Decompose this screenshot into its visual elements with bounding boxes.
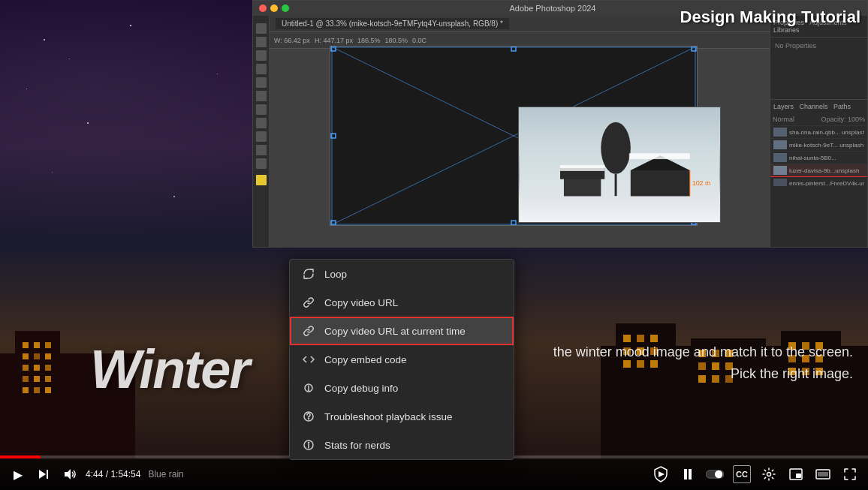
svg-rect-87 <box>796 473 801 478</box>
svg-rect-78 <box>47 470 48 479</box>
ps-main-area: Untitled-1 @ 33.3% (mike-kotsch-9eTMFytq… <box>253 16 867 247</box>
menu-label-copy-url-time: Copy video URL at current time <box>324 326 466 337</box>
menu-item-copy-embed[interactable]: Copy embed code <box>290 345 514 374</box>
theater-button[interactable] <box>814 465 832 483</box>
svg-rect-4 <box>45 342 51 348</box>
miniplayer-button[interactable] <box>787 465 805 483</box>
svg-rect-1 <box>15 331 60 458</box>
svg-rect-89 <box>818 472 828 476</box>
svg-rect-13 <box>45 376 51 382</box>
svg-marker-77 <box>39 470 46 479</box>
svg-rect-8 <box>23 365 29 371</box>
ps-close-dot[interactable] <box>259 5 267 12</box>
time-display: 4:44 / 1:54:54 <box>86 469 140 479</box>
svg-rect-11 <box>23 376 29 382</box>
svg-text:102 m: 102 m <box>692 179 711 187</box>
ps-right-panel: Properties Adjustments Libraries No Prop… <box>770 16 867 247</box>
menu-item-stats[interactable]: Stats for nerds <box>290 431 514 459</box>
ps-minimize-dot[interactable] <box>270 5 278 12</box>
channel-title: Design Making Tutorial <box>680 8 860 27</box>
svg-marker-79 <box>65 469 71 479</box>
context-menu: Loop Copy video URL Copy video URL at cu… <box>289 259 514 460</box>
svg-rect-66 <box>520 196 720 222</box>
settings-button[interactable] <box>760 465 778 483</box>
menu-label-copy-embed: Copy embed code <box>324 354 407 365</box>
ps-canvas-area: Untitled-1 @ 33.3% (mike-kotsch-9eTMFytq… <box>270 16 770 247</box>
svg-rect-14 <box>23 387 29 393</box>
subtitle-text: the winter mood image and match it to th… <box>553 341 853 385</box>
info-icon <box>302 438 315 452</box>
svg-point-74 <box>309 419 309 419</box>
svg-rect-67 <box>560 165 604 171</box>
play-button[interactable]: ▶ <box>9 465 27 483</box>
ps-tab[interactable]: Untitled-1 @ 33.3% (mike-kotsch-9eTMFytq… <box>276 18 509 29</box>
menu-item-copy-url[interactable]: Copy video URL <box>290 288 514 317</box>
svg-rect-10 <box>45 365 51 371</box>
svg-point-60 <box>601 122 630 174</box>
svg-rect-16 <box>45 387 51 393</box>
ps-canvas: 102 m <box>330 46 698 226</box>
menu-item-troubleshoot[interactable]: Troubleshoot playback issue <box>290 402 514 431</box>
svg-rect-82 <box>689 469 692 479</box>
link-time-icon <box>302 324 315 338</box>
menu-label-copy-url: Copy video URL <box>324 297 398 308</box>
svg-point-85 <box>767 473 771 476</box>
next-button[interactable] <box>35 465 53 483</box>
svg-marker-80 <box>659 471 665 477</box>
svg-rect-7 <box>45 353 51 359</box>
link-icon <box>302 296 315 309</box>
svg-point-76 <box>309 443 309 443</box>
winter-overlay-text: Winter <box>90 338 249 400</box>
svg-rect-2 <box>23 342 29 348</box>
svg-rect-9 <box>34 365 40 371</box>
help-icon <box>302 410 315 423</box>
photoshop-window: Adobe Photoshop 2024 Un <box>252 0 868 248</box>
svg-point-72 <box>309 390 309 391</box>
ps-maximize-dot[interactable] <box>282 5 289 12</box>
right-controls: CC <box>652 465 859 483</box>
svg-rect-68 <box>629 153 690 159</box>
subtitles-button[interactable]: CC <box>733 465 751 483</box>
svg-rect-81 <box>684 469 687 479</box>
channel-name: Blue rain <box>148 469 183 479</box>
menu-item-copy-debug[interactable]: Copy debug info <box>290 374 514 402</box>
volume-button[interactable] <box>60 465 78 483</box>
fullscreen-button[interactable] <box>841 465 859 483</box>
menu-item-copy-url-time[interactable]: Copy video URL at current time <box>290 317 514 345</box>
yt-logo-button[interactable] <box>652 465 670 483</box>
pause-button[interactable] <box>679 465 697 483</box>
svg-rect-15 <box>34 387 40 393</box>
svg-rect-6 <box>34 353 40 359</box>
ps-toolbar <box>253 16 270 247</box>
autoplay-toggle[interactable] <box>706 465 724 483</box>
svg-rect-12 <box>34 376 40 382</box>
menu-label-copy-debug: Copy debug info <box>324 383 398 394</box>
debug-icon <box>302 381 315 395</box>
svg-rect-5 <box>23 353 29 359</box>
video-controls-bar: ▶ 4:44 / 1:54:54 Blue rain <box>0 458 868 490</box>
ps-image-content: 102 m <box>518 107 721 223</box>
svg-point-84 <box>715 470 722 478</box>
menu-item-loop[interactable]: Loop <box>290 260 514 288</box>
embed-icon <box>302 353 315 366</box>
menu-label-loop: Loop <box>324 269 347 280</box>
ps-title-text: Adobe Photoshop 2024 <box>510 4 596 13</box>
ps-window-controls <box>259 5 289 12</box>
loop-icon <box>302 267 315 281</box>
svg-rect-3 <box>34 342 40 348</box>
menu-label-stats: Stats for nerds <box>324 440 390 451</box>
menu-label-troubleshoot: Troubleshoot playback issue <box>324 411 453 422</box>
